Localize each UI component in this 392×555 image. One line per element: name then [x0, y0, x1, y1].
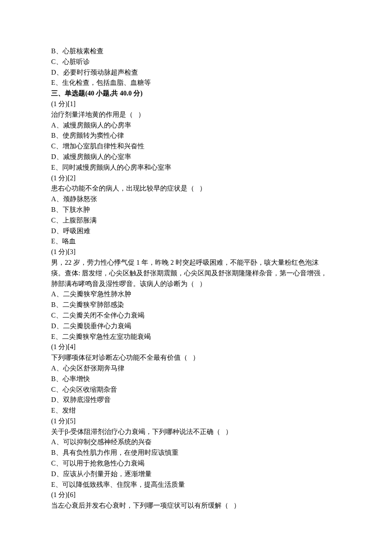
option-letter: A	[51, 438, 56, 445]
option-text: 心率增快	[63, 375, 90, 382]
stem-text: 下列哪项体征对诊断左心功能不全最有价值	[51, 354, 181, 361]
option-letter: C	[51, 460, 56, 467]
option-letter: A	[51, 290, 56, 298]
option-letter: B	[51, 47, 56, 55]
question-option: B、具有负性肌力作用，在使用时应该慎重	[51, 448, 341, 458]
marker-prefix: (1 分)[	[51, 417, 70, 425]
option-separator: 、	[56, 470, 63, 477]
option-text: 减慢房颤病人的心房率	[63, 121, 131, 129]
option-letter: D	[51, 470, 56, 477]
question-stem: 患右心功能不全的病人，出现比较早的症状是（ ）	[51, 183, 341, 194]
section-header: 三、单选题(40 小题,共 40.0 分)	[51, 88, 341, 99]
question-option: C、心尖区收缩期杂音	[51, 384, 341, 395]
question-marker: (1 分)[5]	[51, 416, 341, 427]
option-text: 应该从小剂量开始，逐渐增量	[63, 470, 152, 477]
option-separator: 、	[56, 438, 63, 445]
marker-prefix: (1 分)[	[51, 248, 70, 255]
option-letter: C	[51, 58, 56, 65]
option-letter: B	[51, 132, 56, 139]
question-option: B、二尖瓣狭窄肺部感染	[51, 300, 341, 310]
question-option: D、呼吸困难	[51, 226, 341, 237]
question-option: E、可以降低致残率、住院率，提高生活质量	[51, 480, 341, 490]
option-separator: 、	[56, 460, 63, 467]
marker-prefix: (1 分)[	[51, 343, 70, 350]
question-option: C、增加心室肌自律性和兴奋性	[51, 141, 341, 152]
question-option: A、减慢房颤病人的心房率	[51, 120, 341, 131]
option-text: 减慢房颤病人的心室率	[63, 153, 131, 160]
option-letter: E	[51, 164, 55, 171]
option-separator: 、	[56, 142, 63, 150]
question-option: B、下肢水肿	[51, 205, 341, 215]
question-stem: 痰。查体: 唇发绀，心尖区触及舒张期震颤，心尖区闻及舒张期隆隆样杂音，第一心音增…	[51, 268, 341, 279]
option-letter: B	[51, 301, 56, 308]
option-separator: 、	[56, 301, 63, 308]
question-option: D、减慢房颤病人的心室率	[51, 152, 341, 162]
option-separator: 、	[56, 206, 63, 213]
option-letter: A	[51, 121, 56, 129]
stem-blank: （ ）	[213, 428, 232, 435]
option-letter: D	[51, 227, 56, 234]
question-number: 2	[70, 174, 73, 182]
stem-text: 当左心衰后并发右心衰时，下列哪一项症状可以有所缓解	[51, 502, 222, 509]
marker-suffix: ]	[73, 248, 75, 255]
prequel-option: B、心脏核素检查	[51, 46, 341, 57]
question-number: 5	[70, 417, 73, 425]
option-text: 心脏听诊	[63, 58, 90, 65]
option-letter: D	[51, 69, 56, 76]
option-letter: E	[51, 407, 55, 414]
option-separator: 、	[55, 333, 62, 340]
question-option: D、二尖瓣脱垂伴心力衰竭	[51, 321, 341, 332]
question-option: B、心率增快	[51, 374, 341, 384]
option-text: 使房颤转为窦性心律	[63, 132, 124, 139]
option-letter: A	[51, 364, 56, 372]
option-separator: 、	[55, 481, 62, 488]
option-separator: 、	[56, 290, 63, 298]
question-option: B、使房颤转为窦性心律	[51, 130, 341, 141]
option-text: 二尖瓣狭窄急性肺水肿	[63, 290, 131, 298]
question-stem: 治疗剂量洋地黄的作用是（ ）	[51, 110, 341, 120]
option-letter: A	[51, 195, 56, 202]
stem-text: 治疗剂量洋地黄的作用是	[51, 111, 126, 118]
option-text: 心尖区舒张期奔马律	[63, 364, 124, 372]
option-text: 下肢水肿	[63, 206, 90, 213]
option-separator: 、	[55, 237, 62, 245]
option-text: 二尖瓣关闭不全伴心力衰竭	[63, 312, 144, 319]
prequel-option: E、生化检查，包括血脂、血糖等	[51, 78, 341, 88]
marker-suffix: ]	[73, 343, 75, 350]
stem-blank: （ ）	[181, 354, 199, 361]
stem-blank: （ ）	[187, 185, 206, 192]
question-stem: 关于β-受体阻滞剂治疗心力衰竭，下列哪种说法不正确（ ）	[51, 427, 341, 437]
question-option: A、二尖瓣狭窄急性肺水肿	[51, 289, 341, 300]
option-letter: E	[51, 333, 55, 340]
option-text: 必要时行颈动脉超声检查	[63, 69, 138, 76]
marker-prefix: (1 分)[	[51, 174, 70, 182]
option-text: 可以降低致残率、住院率，提高生活质量	[62, 481, 185, 488]
question-number: 4	[70, 343, 73, 350]
question-marker: (1 分)[2]	[51, 173, 341, 184]
marker-prefix: (1 分)[	[51, 491, 70, 498]
option-text: 二尖瓣脱垂伴心力衰竭	[63, 322, 131, 330]
option-separator: 、	[55, 164, 62, 171]
option-separator: 、	[55, 79, 62, 86]
option-text: 生化检查，包括血脂、血糖等	[62, 79, 151, 86]
question-marker: (1 分)[6]	[51, 490, 341, 500]
option-separator: 、	[56, 227, 63, 234]
marker-prefix: (1 分)[	[51, 100, 70, 107]
question-option: C、可以用于抢救急性心力衰竭	[51, 458, 341, 469]
option-text: 增加心室肌自律性和兴奋性	[63, 142, 144, 150]
option-separator: 、	[56, 396, 63, 403]
option-letter: E	[51, 79, 55, 86]
option-separator: 、	[56, 69, 63, 76]
option-separator: 、	[56, 386, 63, 393]
option-letter: C	[51, 386, 56, 393]
question-option: E、同时减慢房颤病人的心房率和心室率	[51, 162, 341, 173]
question-option: C、二尖瓣关闭不全伴心力衰竭	[51, 310, 341, 321]
option-separator: 、	[56, 153, 63, 160]
option-letter: C	[51, 312, 56, 319]
stem-text: 关于β-受体阻滞剂治疗心力衰竭，下列哪种说法不正确	[51, 428, 213, 435]
option-text: 咯血	[62, 237, 76, 245]
option-letter: E	[51, 237, 55, 245]
question-marker: (1 分)[4]	[51, 342, 341, 353]
marker-suffix: ]	[73, 417, 75, 425]
question-number: 3	[70, 248, 73, 255]
